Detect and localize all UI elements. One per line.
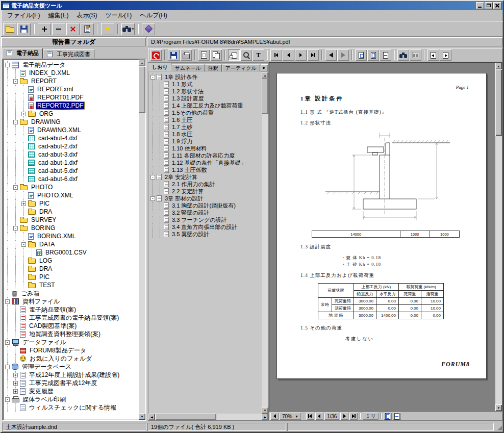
zoom-tool-button[interactable]	[240, 49, 252, 61]
tree-item[interactable]: +ORG	[4, 110, 139, 118]
zoom-control[interactable]: 70% ▼	[280, 413, 301, 420]
bookmark-item[interactable]: 1.9 浮力	[149, 138, 262, 145]
tree-expander[interactable]: -	[12, 118, 20, 126]
scroll-down-button[interactable]: ▼	[139, 413, 145, 420]
tree-scrollbar[interactable]: ▲ ▼	[139, 60, 145, 420]
page-scroll-up-button[interactable]: ▲	[495, 63, 502, 69]
tree-item[interactable]: BORING.XML	[4, 232, 139, 240]
tree-expander[interactable]: +	[12, 379, 20, 387]
tree-expander[interactable]: +	[20, 199, 28, 208]
left-tab[interactable]: 電子納品	[3, 48, 43, 59]
page-mode-button[interactable]	[198, 49, 210, 61]
next-view-button[interactable]	[337, 49, 349, 61]
print-button[interactable]	[180, 49, 192, 61]
bookmark-scroll-left-button[interactable]: ◀	[148, 414, 155, 420]
page-scroll-down-button[interactable]: ▼	[495, 404, 502, 411]
tree-item[interactable]: +PIC	[4, 199, 139, 208]
tree-expander[interactable]: -	[12, 77, 20, 85]
bookmark-scroll-right-button[interactable]: ▶	[262, 414, 268, 420]
page-scroll-track[interactable]	[495, 69, 502, 404]
page-indicator[interactable]: 1/36	[324, 413, 339, 420]
tree-item[interactable]: -DRAWING	[4, 118, 139, 126]
status-first-page-button[interactable]	[306, 413, 314, 420]
pdf-save-button[interactable]	[168, 49, 180, 61]
bookmark-item[interactable]: 1.1 形式	[149, 81, 262, 88]
collapse-pane-button[interactable]	[270, 413, 279, 420]
tree-item[interactable]: DRAWING.XML	[4, 126, 139, 134]
bookmark-hscroll-thumb[interactable]	[155, 414, 216, 420]
bookmark-item[interactable]: 3.4 直角方向張出部の設計	[149, 223, 262, 231]
page-view[interactable]: Page 1 1章 設計条件 1.1 形 式 『逆T式橋台 (直接基礎)』 1.…	[269, 62, 502, 412]
tree-expander[interactable]: -	[12, 224, 20, 232]
bookmark-item[interactable]: 1.4 上部工反力及び載荷荷重	[149, 102, 262, 109]
status-next-page-button[interactable]	[340, 413, 348, 420]
bookmark-item[interactable]: 2.2 安定計算	[149, 188, 262, 195]
tree-item[interactable]: -DATA	[4, 240, 139, 248]
page-size-button[interactable]	[384, 413, 392, 420]
tree-item[interactable]: INDEX_D.XML	[4, 69, 139, 77]
pdf-tab[interactable]: アーティクル	[222, 64, 260, 72]
bookmark-item[interactable]: 1.5その他の荷重	[149, 109, 262, 116]
bookmark-scroll-thumb[interactable]	[262, 79, 268, 114]
find-button[interactable]	[397, 49, 409, 61]
acrobat-button[interactable]	[150, 49, 162, 61]
bookmark-item[interactable]: 1.11 各部材の許容応力度	[149, 152, 262, 159]
tree-item[interactable]: -BORING	[4, 224, 139, 232]
prev-view-button[interactable]	[325, 49, 337, 61]
tree-expander[interactable]: -	[20, 240, 28, 248]
bookmark-hscroll-track[interactable]	[155, 414, 262, 420]
close-button[interactable]	[493, 2, 501, 9]
tree-item[interactable]: +工事完成図書平成12年度	[4, 379, 139, 387]
tree-item[interactable]: PHOTO.XML	[4, 191, 139, 199]
bookmark-item[interactable]: 2.1 作用力の集計	[149, 181, 262, 188]
pdf-tab[interactable]: 注釈	[205, 64, 222, 72]
bookmark-hscrollbar[interactable]: ◀ ▶	[148, 414, 268, 420]
tree-item[interactable]: cad-abut-2.dxf	[4, 142, 139, 150]
bookmark-item[interactable]: 1.8 水圧	[149, 131, 262, 138]
search-button[interactable]	[410, 49, 421, 61]
bookmark-scroll-track[interactable]	[262, 79, 268, 407]
bookmark-item[interactable]: 1.2 形状寸法	[149, 88, 262, 95]
menu-item[interactable]: 表示(S)	[72, 10, 101, 21]
tree-item[interactable]: TEST	[4, 281, 139, 289]
tree-item[interactable]: cad-abut-6.dxf	[4, 175, 139, 183]
copy-button[interactable]	[210, 49, 222, 61]
bookmark-item[interactable]: -1章 設計条件	[149, 73, 262, 81]
bookmark-item[interactable]: -2章 安定計算	[149, 173, 262, 181]
prev-doc-button[interactable]	[427, 49, 439, 61]
bookmark-expander[interactable]: -	[149, 195, 157, 202]
bookmark-item[interactable]: 3.3 フーチングの設計	[149, 216, 262, 223]
status-last-page-button[interactable]	[349, 413, 358, 420]
minimize-button[interactable]	[476, 2, 484, 9]
tree-item[interactable]: DRA	[4, 208, 139, 216]
hand-tool-button[interactable]	[228, 49, 240, 61]
menu-item[interactable]: ヘルプ(H)	[136, 10, 171, 21]
tree-expander[interactable]: -	[4, 363, 12, 371]
tree-item[interactable]: REPORT01.PDF	[4, 93, 139, 101]
add-button[interactable]	[38, 23, 51, 35]
tree-item[interactable]: DRA	[4, 265, 139, 273]
prev-page-button[interactable]	[283, 49, 294, 61]
next-doc-button[interactable]	[440, 49, 451, 61]
last-page-button[interactable]	[307, 49, 319, 61]
bookmark-item[interactable]: 3.2 竪壁の設計	[149, 209, 262, 216]
tree-expander[interactable]: -	[4, 61, 12, 69]
scroll-up-button[interactable]: ▲	[139, 60, 145, 66]
bookmark-expander[interactable]: -	[149, 173, 157, 181]
tree-item[interactable]: PIC	[4, 273, 139, 281]
unit-indicator[interactable]: ミリ	[363, 413, 378, 420]
tree-item[interactable]: -PHOTO	[4, 183, 139, 191]
bookmark-item[interactable]: 1.3 設計震度	[149, 95, 262, 102]
tree-item[interactable]: -REPORT	[4, 77, 139, 85]
tree-expander[interactable]: -	[4, 395, 12, 403]
scroll-thumb[interactable]	[139, 66, 145, 113]
bookmark-item[interactable]: 1.10 使用材料	[149, 145, 262, 152]
page-scrollbar[interactable]: ▲ ▼	[495, 63, 502, 411]
pdf-tab[interactable]: しおり	[148, 63, 171, 72]
menu-item[interactable]: ファイル(F)	[3, 10, 44, 21]
tab-overflow-button[interactable]: ▶	[261, 64, 268, 71]
media-button[interactable]	[142, 23, 155, 35]
status-prev-page-button[interactable]	[315, 413, 323, 420]
bookmark-scroll-down-button[interactable]: ▼	[262, 407, 268, 414]
fit-page-button[interactable]	[367, 49, 379, 61]
